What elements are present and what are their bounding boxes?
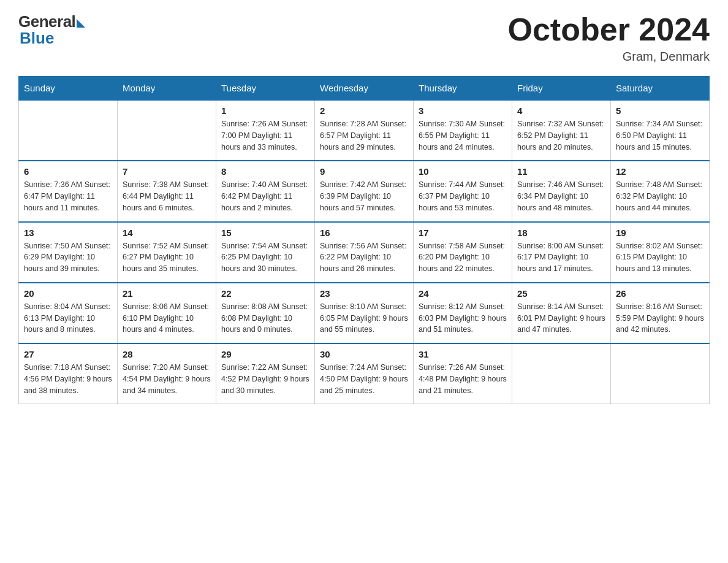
day-info: Sunrise: 8:06 AM Sunset: 6:10 PM Dayligh… bbox=[123, 301, 211, 335]
day-info: Sunrise: 7:58 AM Sunset: 6:20 PM Dayligh… bbox=[419, 240, 507, 275]
day-number: 6 bbox=[24, 166, 112, 177]
day-info: Sunrise: 7:32 AM Sunset: 6:52 PM Dayligh… bbox=[517, 118, 605, 153]
calendar-cell: 25Sunrise: 8:14 AM Sunset: 6:01 PM Dayli… bbox=[512, 283, 611, 343]
calendar-cell: 18Sunrise: 8:00 AM Sunset: 6:17 PM Dayli… bbox=[512, 222, 611, 283]
day-number: 4 bbox=[517, 105, 605, 116]
calendar-table: SundayMondayTuesdayWednesdayThursdayFrid… bbox=[18, 76, 710, 404]
day-number: 19 bbox=[616, 228, 704, 238]
page-header: General Blue October 2024 Gram, Denmark bbox=[18, 12, 710, 64]
calendar-cell bbox=[118, 100, 216, 161]
calendar-cell: 26Sunrise: 8:16 AM Sunset: 5:59 PM Dayli… bbox=[611, 283, 710, 343]
calendar-cell: 7Sunrise: 7:38 AM Sunset: 6:44 PM Daylig… bbox=[118, 161, 216, 221]
day-info: Sunrise: 7:56 AM Sunset: 6:22 PM Dayligh… bbox=[320, 240, 408, 275]
day-info: Sunrise: 7:36 AM Sunset: 6:47 PM Dayligh… bbox=[24, 179, 112, 213]
day-info: Sunrise: 7:26 AM Sunset: 4:48 PM Dayligh… bbox=[419, 362, 507, 396]
day-number: 31 bbox=[419, 349, 507, 359]
calendar-cell: 22Sunrise: 8:08 AM Sunset: 6:08 PM Dayli… bbox=[216, 283, 315, 343]
day-number: 13 bbox=[24, 228, 112, 238]
day-number: 16 bbox=[320, 228, 408, 238]
calendar-cell: 13Sunrise: 7:50 AM Sunset: 6:29 PM Dayli… bbox=[19, 222, 118, 283]
day-number: 18 bbox=[517, 228, 605, 238]
day-number: 8 bbox=[221, 166, 309, 177]
day-info: Sunrise: 7:46 AM Sunset: 6:34 PM Dayligh… bbox=[517, 179, 605, 213]
day-number: 12 bbox=[616, 166, 704, 177]
day-number: 14 bbox=[123, 228, 211, 238]
calendar-cell: 9Sunrise: 7:42 AM Sunset: 6:39 PM Daylig… bbox=[315, 161, 414, 221]
weekday-header-monday: Monday bbox=[118, 77, 216, 101]
calendar-cell: 5Sunrise: 7:34 AM Sunset: 6:50 PM Daylig… bbox=[611, 100, 710, 161]
day-info: Sunrise: 7:28 AM Sunset: 6:57 PM Dayligh… bbox=[320, 118, 408, 153]
calendar-cell: 19Sunrise: 8:02 AM Sunset: 6:15 PM Dayli… bbox=[611, 222, 710, 283]
calendar-cell: 6Sunrise: 7:36 AM Sunset: 6:47 PM Daylig… bbox=[19, 161, 118, 221]
calendar-cell: 31Sunrise: 7:26 AM Sunset: 4:48 PM Dayli… bbox=[414, 343, 512, 404]
calendar-cell: 16Sunrise: 7:56 AM Sunset: 6:22 PM Dayli… bbox=[315, 222, 414, 283]
logo: General Blue bbox=[18, 12, 85, 48]
day-number: 10 bbox=[419, 166, 507, 177]
week-row-3: 13Sunrise: 7:50 AM Sunset: 6:29 PM Dayli… bbox=[19, 222, 710, 283]
calendar-cell: 24Sunrise: 8:12 AM Sunset: 6:03 PM Dayli… bbox=[414, 283, 512, 343]
weekday-header-thursday: Thursday bbox=[414, 77, 512, 101]
calendar-cell: 23Sunrise: 8:10 AM Sunset: 6:05 PM Dayli… bbox=[315, 283, 414, 343]
week-row-4: 20Sunrise: 8:04 AM Sunset: 6:13 PM Dayli… bbox=[19, 283, 710, 343]
day-number: 2 bbox=[320, 105, 408, 116]
weekday-header-saturday: Saturday bbox=[611, 77, 710, 101]
day-number: 22 bbox=[221, 288, 309, 299]
day-number: 24 bbox=[419, 288, 507, 299]
calendar-cell: 1Sunrise: 7:26 AM Sunset: 7:00 PM Daylig… bbox=[216, 100, 315, 161]
calendar-cell: 10Sunrise: 7:44 AM Sunset: 6:37 PM Dayli… bbox=[414, 161, 512, 221]
calendar-cell: 30Sunrise: 7:24 AM Sunset: 4:50 PM Dayli… bbox=[315, 343, 414, 404]
day-info: Sunrise: 7:26 AM Sunset: 7:00 PM Dayligh… bbox=[221, 118, 309, 153]
calendar-cell bbox=[611, 343, 710, 404]
day-number: 28 bbox=[123, 349, 211, 359]
calendar-cell bbox=[19, 100, 118, 161]
calendar-cell: 11Sunrise: 7:46 AM Sunset: 6:34 PM Dayli… bbox=[512, 161, 611, 221]
location-title: Gram, Denmark bbox=[508, 50, 710, 64]
weekday-header-wednesday: Wednesday bbox=[315, 77, 414, 101]
day-number: 3 bbox=[419, 105, 507, 116]
day-info: Sunrise: 8:10 AM Sunset: 6:05 PM Dayligh… bbox=[320, 301, 408, 335]
day-number: 25 bbox=[517, 288, 605, 299]
title-block: October 2024 Gram, Denmark bbox=[508, 12, 710, 64]
calendar-cell: 21Sunrise: 8:06 AM Sunset: 6:10 PM Dayli… bbox=[118, 283, 216, 343]
day-info: Sunrise: 7:50 AM Sunset: 6:29 PM Dayligh… bbox=[24, 240, 112, 275]
calendar-cell: 2Sunrise: 7:28 AM Sunset: 6:57 PM Daylig… bbox=[315, 100, 414, 161]
day-number: 15 bbox=[221, 228, 309, 238]
calendar-cell bbox=[512, 343, 611, 404]
day-number: 29 bbox=[221, 349, 309, 359]
day-info: Sunrise: 7:24 AM Sunset: 4:50 PM Dayligh… bbox=[320, 362, 408, 396]
week-row-1: 1Sunrise: 7:26 AM Sunset: 7:00 PM Daylig… bbox=[19, 100, 710, 161]
calendar-cell: 17Sunrise: 7:58 AM Sunset: 6:20 PM Dayli… bbox=[414, 222, 512, 283]
calendar-cell: 27Sunrise: 7:18 AM Sunset: 4:56 PM Dayli… bbox=[19, 343, 118, 404]
day-info: Sunrise: 8:12 AM Sunset: 6:03 PM Dayligh… bbox=[419, 301, 507, 335]
day-number: 20 bbox=[24, 288, 112, 299]
day-info: Sunrise: 7:52 AM Sunset: 6:27 PM Dayligh… bbox=[123, 240, 211, 275]
weekday-header-row: SundayMondayTuesdayWednesdayThursdayFrid… bbox=[19, 77, 710, 101]
month-year-title: October 2024 bbox=[508, 12, 710, 47]
weekday-header-tuesday: Tuesday bbox=[216, 77, 315, 101]
day-number: 23 bbox=[320, 288, 408, 299]
calendar-cell: 20Sunrise: 8:04 AM Sunset: 6:13 PM Dayli… bbox=[19, 283, 118, 343]
day-info: Sunrise: 7:54 AM Sunset: 6:25 PM Dayligh… bbox=[221, 240, 309, 275]
day-number: 11 bbox=[517, 166, 605, 177]
day-info: Sunrise: 7:48 AM Sunset: 6:32 PM Dayligh… bbox=[616, 179, 704, 213]
day-info: Sunrise: 7:34 AM Sunset: 6:50 PM Dayligh… bbox=[616, 118, 704, 153]
weekday-header-sunday: Sunday bbox=[19, 77, 118, 101]
day-info: Sunrise: 8:08 AM Sunset: 6:08 PM Dayligh… bbox=[221, 301, 309, 335]
calendar-cell: 15Sunrise: 7:54 AM Sunset: 6:25 PM Dayli… bbox=[216, 222, 315, 283]
day-number: 7 bbox=[123, 166, 211, 177]
day-number: 5 bbox=[616, 105, 704, 116]
calendar-cell: 28Sunrise: 7:20 AM Sunset: 4:54 PM Dayli… bbox=[118, 343, 216, 404]
day-number: 17 bbox=[419, 228, 507, 238]
logo-blue-text: Blue bbox=[18, 29, 54, 48]
day-number: 27 bbox=[24, 349, 112, 359]
day-info: Sunrise: 8:04 AM Sunset: 6:13 PM Dayligh… bbox=[24, 301, 112, 335]
week-row-2: 6Sunrise: 7:36 AM Sunset: 6:47 PM Daylig… bbox=[19, 161, 710, 221]
day-info: Sunrise: 7:40 AM Sunset: 6:42 PM Dayligh… bbox=[221, 179, 309, 213]
day-info: Sunrise: 8:14 AM Sunset: 6:01 PM Dayligh… bbox=[517, 301, 605, 335]
day-info: Sunrise: 7:30 AM Sunset: 6:55 PM Dayligh… bbox=[419, 118, 507, 153]
calendar-cell: 4Sunrise: 7:32 AM Sunset: 6:52 PM Daylig… bbox=[512, 100, 611, 161]
day-number: 1 bbox=[221, 105, 309, 116]
day-number: 26 bbox=[616, 288, 704, 299]
logo-arrow-icon bbox=[77, 19, 85, 28]
day-info: Sunrise: 7:44 AM Sunset: 6:37 PM Dayligh… bbox=[419, 179, 507, 213]
